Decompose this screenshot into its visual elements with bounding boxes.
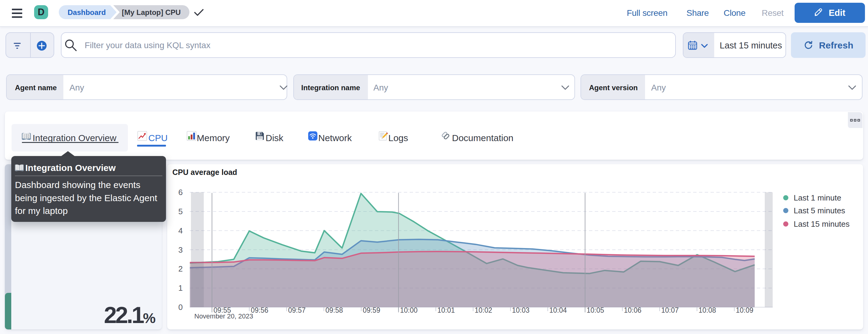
svg-text:10:04: 10:04 — [550, 306, 567, 314]
svg-text:10:03: 10:03 — [512, 306, 530, 314]
svg-text:09:56: 09:56 — [251, 306, 269, 314]
svg-text:10:00: 10:00 — [400, 306, 418, 314]
svg-text:Dashboard: Dashboard — [68, 8, 106, 17]
svg-text:10:09: 10:09 — [736, 306, 753, 314]
svg-text:1: 1 — [179, 283, 183, 293]
svg-text:Last 15 minutes: Last 15 minutes — [794, 219, 850, 229]
svg-text:6: 6 — [179, 188, 183, 197]
svg-text:4: 4 — [179, 226, 183, 235]
svg-text:10:05: 10:05 — [587, 306, 604, 314]
svg-text:10:07: 10:07 — [661, 306, 679, 314]
svg-text:10:02: 10:02 — [475, 306, 493, 314]
svg-text:09:58: 09:58 — [326, 306, 343, 314]
svg-text:Last 1 minute: Last 1 minute — [794, 193, 841, 202]
svg-text:November 20, 2023: November 20, 2023 — [194, 312, 253, 320]
svg-text:09:59: 09:59 — [363, 306, 380, 314]
svg-text:09:57: 09:57 — [288, 306, 306, 314]
svg-text:[My Laptop] CPU: [My Laptop] CPU — [122, 8, 181, 17]
svg-text:10:06: 10:06 — [624, 306, 642, 314]
svg-text:3: 3 — [179, 245, 183, 254]
svg-text:10:08: 10:08 — [699, 306, 716, 314]
svg-text:10:01: 10:01 — [437, 306, 455, 314]
svg-text:0: 0 — [179, 303, 183, 312]
svg-text:2: 2 — [179, 264, 183, 273]
svg-text:5: 5 — [179, 207, 183, 216]
svg-text:Last 5 minutes: Last 5 minutes — [794, 206, 845, 215]
